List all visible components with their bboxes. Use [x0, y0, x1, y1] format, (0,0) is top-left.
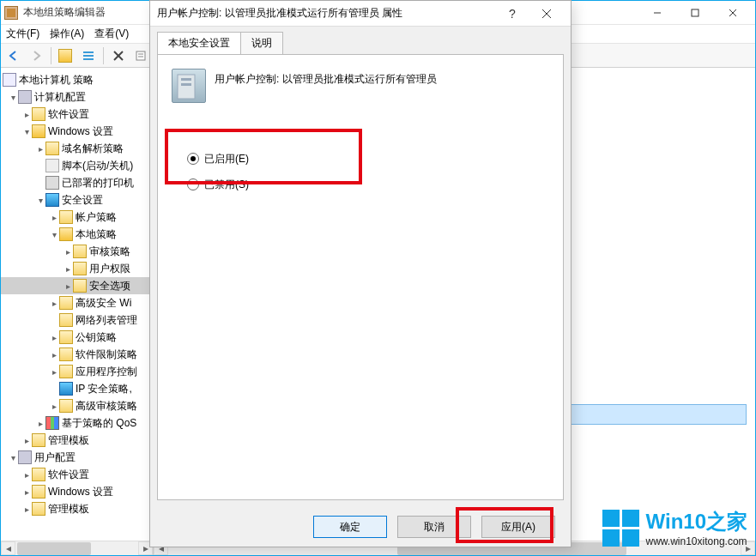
folder-icon — [59, 330, 73, 344]
tree-item[interactable]: 公钥策略 — [76, 330, 117, 345]
folder-icon — [59, 348, 73, 361]
tree-item[interactable]: 基于策略的 QoS — [62, 416, 136, 431]
expand-icon[interactable]: ▸ — [49, 367, 59, 377]
dialog-titlebar: 用户帐户控制: 以管理员批准模式运行所有管理员 属性 ? — [150, 1, 571, 27]
tree-item[interactable]: 用户权限 — [89, 262, 130, 276]
tree-item[interactable]: Windows 设置 — [48, 124, 113, 139]
svg-rect-10 — [136, 51, 145, 60]
expand-icon[interactable]: ▸ — [35, 144, 45, 154]
tree-item[interactable]: Windows 设置 — [48, 485, 113, 499]
properties-icon[interactable] — [131, 46, 150, 65]
radio-enabled[interactable] — [187, 153, 199, 165]
expand-icon[interactable]: ▸ — [21, 487, 32, 497]
expand-icon[interactable]: ▸ — [21, 436, 32, 445]
up-button[interactable] — [57, 46, 76, 65]
expand-icon[interactable]: ▾ — [49, 230, 59, 239]
tree-item[interactable]: 软件限制策略 — [76, 348, 137, 362]
tree-pane[interactable]: 本地计算机 策略 ▾计算机配置 ▸软件设置 ▾Windows 设置 ▸域名解析策… — [1, 68, 154, 555]
list-icon[interactable] — [79, 46, 98, 65]
expand-icon[interactable]: ▸ — [49, 402, 59, 411]
tree-item[interactable]: 软件设置 — [48, 468, 89, 482]
expand-icon[interactable]: ▾ — [21, 127, 32, 136]
back-button[interactable] — [4, 46, 23, 65]
radio-disabled-row[interactable]: 已禁用(S) — [187, 172, 549, 197]
expand-icon[interactable]: ▸ — [35, 419, 45, 428]
tree-item[interactable]: 管理模板 — [48, 433, 89, 448]
watermark-brand: Win10之家 — [646, 508, 747, 535]
tab-description[interactable]: 说明 — [240, 32, 283, 54]
script-icon — [45, 159, 59, 172]
tree-item[interactable]: 安全设置 — [62, 193, 103, 208]
cancel-button[interactable]: 取消 — [397, 516, 471, 538]
tree-item[interactable]: 脚本(启动/关机) — [62, 159, 133, 173]
maximize-button[interactable] — [676, 1, 714, 25]
tree-computer[interactable]: 计算机配置 — [34, 90, 86, 105]
radio-disabled-label: 已禁用(S) — [204, 178, 249, 192]
expand-icon[interactable]: ▸ — [63, 264, 73, 274]
tree-root[interactable]: 本地计算机 策略 — [19, 73, 94, 88]
tree-item[interactable]: 帐户策略 — [76, 210, 117, 225]
tree-item[interactable]: 已部署的打印机 — [62, 176, 134, 190]
tab-local-security[interactable]: 本地安全设置 — [157, 32, 241, 54]
close-button[interactable] — [714, 1, 752, 25]
expand-icon[interactable]: ▸ — [49, 350, 59, 360]
dialog-title: 用户帐户控制: 以管理员批准模式运行所有管理员 属性 — [157, 6, 495, 21]
expand-icon[interactable]: ▸ — [63, 281, 73, 291]
tree-item[interactable]: 高级审核策略 — [76, 399, 137, 414]
folder-icon — [59, 365, 73, 378]
tree-item[interactable]: 审核策略 — [89, 245, 130, 259]
menu-action[interactable]: 操作(A) — [50, 27, 84, 41]
tree-item[interactable]: IP 安全策略, — [76, 382, 132, 396]
expand-icon[interactable]: ▸ — [49, 213, 59, 222]
expand-icon[interactable]: ▾ — [8, 453, 18, 462]
delete-icon[interactable] — [109, 46, 128, 65]
folder-icon — [59, 227, 73, 241]
tree-item[interactable]: 应用程序控制 — [76, 365, 137, 379]
watermark: Win10之家 www.win10xitong.com — [602, 508, 747, 547]
computer-icon — [18, 90, 32, 104]
help-button[interactable]: ? — [495, 1, 529, 27]
folder-icon — [59, 296, 73, 310]
expand-icon[interactable]: ▾ — [35, 196, 45, 205]
expand-icon[interactable]: ▸ — [21, 470, 32, 480]
svg-rect-18 — [181, 83, 191, 86]
expand-icon[interactable]: ▸ — [21, 110, 32, 119]
tree-item[interactable]: 网络列表管理 — [76, 313, 137, 328]
menu-view[interactable]: 查看(V) — [94, 27, 129, 41]
tree-item[interactable]: 软件设置 — [48, 107, 89, 122]
policy-icon — [3, 73, 16, 87]
menu-file[interactable]: 文件(F) — [6, 27, 39, 41]
tree-item[interactable]: 本地策略 — [76, 227, 117, 242]
radio-disabled[interactable] — [187, 178, 199, 190]
tree-item[interactable]: 管理模板 — [48, 502, 89, 517]
scroll-left-icon[interactable]: ◂ — [1, 541, 15, 555]
tree-user[interactable]: 用户配置 — [34, 450, 76, 465]
dialog-tabs: 本地安全设置 说明 — [157, 32, 564, 54]
radio-enabled-label: 已启用(E) — [204, 152, 249, 166]
tree-item[interactable]: 域名解析策略 — [62, 142, 124, 156]
expand-icon[interactable]: ▸ — [21, 505, 32, 514]
ok-button[interactable]: 确定 — [313, 516, 387, 538]
folder-icon — [32, 107, 45, 121]
radio-enabled-row[interactable]: 已启用(E) — [187, 146, 549, 172]
watermark-url: www.win10xitong.com — [646, 535, 747, 547]
svg-rect-2 — [692, 9, 699, 16]
properties-dialog: 用户帐户控制: 以管理员批准模式运行所有管理员 属性 ? 本地安全设置 说明 用… — [149, 0, 572, 547]
tree-hscroll[interactable]: ◂ ▸ — [1, 541, 153, 555]
expand-icon[interactable]: ▸ — [49, 333, 59, 342]
tree-item[interactable]: 高级安全 Wi — [76, 296, 131, 311]
svg-rect-7 — [83, 58, 94, 60]
dialog-close-button[interactable] — [529, 1, 564, 27]
folder-icon — [73, 262, 87, 275]
policy-icon — [172, 69, 206, 103]
apply-button[interactable]: 应用(A) — [481, 516, 555, 538]
forward-button[interactable] — [27, 46, 45, 65]
scroll-thumb[interactable] — [17, 542, 91, 555]
expand-icon[interactable]: ▸ — [49, 299, 59, 308]
expand-icon[interactable]: ▾ — [8, 93, 18, 102]
qos-icon — [45, 416, 59, 430]
minimize-button[interactable] — [638, 1, 676, 25]
shield-icon — [45, 193, 59, 207]
tree-item-selected[interactable]: 安全选项 — [89, 279, 130, 293]
expand-icon[interactable]: ▸ — [63, 247, 73, 257]
